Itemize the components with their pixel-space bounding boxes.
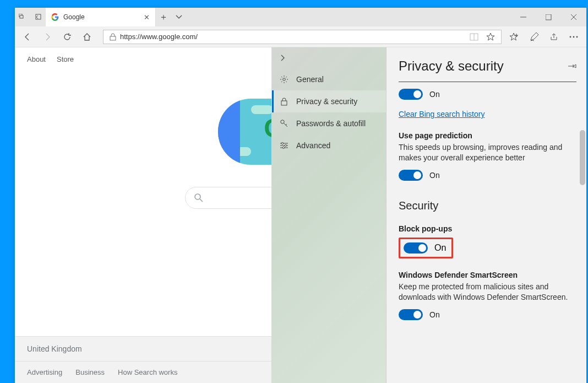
- footer-link-search-works[interactable]: How Search works: [118, 368, 177, 376]
- sliders-icon: [280, 141, 288, 150]
- svg-rect-7: [110, 36, 116, 40]
- tab-strip: Google ✕ ＋: [15, 8, 586, 26]
- pin-icon[interactable]: [568, 62, 576, 70]
- prediction-title: Use page prediction: [399, 131, 576, 140]
- toggle-label: On: [434, 243, 446, 253]
- svg-line-21: [286, 124, 287, 125]
- home-button[interactable]: [78, 28, 96, 46]
- link-about[interactable]: About: [27, 55, 46, 63]
- panel-title: Privacy & security: [399, 58, 504, 74]
- settings-nav: General Privacy & security Passwords & a…: [272, 47, 386, 383]
- browser-window: Google ✕ ＋ About Store: [15, 8, 586, 383]
- search-history-toggle[interactable]: [399, 89, 423, 100]
- scrollbar-thumb[interactable]: [580, 130, 585, 185]
- footer-link-business[interactable]: Business: [75, 368, 105, 376]
- svg-rect-18: [281, 101, 287, 105]
- toggle-label: On: [429, 310, 440, 319]
- svg-point-26: [285, 144, 286, 146]
- nav-label: General: [296, 75, 324, 84]
- prediction-toggle-row: On: [399, 170, 576, 181]
- toggle-label: On: [429, 171, 440, 180]
- gear-icon: [280, 75, 288, 84]
- toggle-label: On: [429, 90, 440, 99]
- maximize-button[interactable]: [536, 8, 561, 26]
- back-button[interactable]: [18, 28, 37, 46]
- tab-google[interactable]: Google ✕: [46, 8, 156, 26]
- nav-item-privacy[interactable]: Privacy & security: [272, 90, 386, 112]
- popups-highlight: On: [399, 238, 453, 258]
- more-button[interactable]: [564, 28, 583, 46]
- prediction-desc: This speeds up browsing, improves readin…: [399, 142, 576, 163]
- popups-toggle[interactable]: [404, 242, 428, 253]
- share-button[interactable]: [545, 28, 563, 46]
- minimize-button[interactable]: [510, 8, 536, 26]
- svg-point-19: [281, 120, 284, 123]
- popups-title: Block pop-ups: [399, 224, 576, 233]
- svg-rect-4: [546, 14, 551, 20]
- nav-label: Privacy & security: [296, 97, 357, 106]
- svg-point-14: [576, 36, 578, 37]
- notes-button[interactable]: [525, 28, 543, 46]
- new-tab-icon[interactable]: ＋: [156, 8, 171, 26]
- settings-panel: Privacy & security On Clear Bing search …: [386, 47, 586, 383]
- reading-view-icon[interactable]: [466, 33, 482, 41]
- settings-flyout: General Privacy & security Passwords & a…: [271, 47, 586, 383]
- link-store[interactable]: Store: [57, 55, 74, 63]
- svg-point-13: [573, 36, 575, 37]
- footer-link-advertising[interactable]: Advertising: [27, 368, 62, 376]
- favorite-star-icon[interactable]: [482, 33, 499, 41]
- lock-icon: [106, 33, 120, 41]
- close-window-button[interactable]: [561, 8, 586, 26]
- task-view-icon[interactable]: [15, 8, 30, 26]
- refresh-button[interactable]: [58, 28, 77, 46]
- toolbar: [15, 26, 586, 47]
- set-aside-tabs-icon[interactable]: [30, 8, 46, 26]
- content-area: About Store GOC: [15, 47, 586, 383]
- nav-item-general[interactable]: General: [272, 68, 386, 90]
- address-bar[interactable]: [103, 30, 502, 44]
- svg-point-12: [570, 36, 571, 37]
- close-icon[interactable]: ✕: [144, 13, 150, 21]
- smartscreen-toggle[interactable]: [399, 309, 423, 320]
- svg-line-16: [200, 199, 203, 202]
- svg-point-15: [195, 194, 200, 199]
- lock-icon: [280, 97, 288, 106]
- url-input[interactable]: [120, 33, 466, 41]
- favorites-button[interactable]: [505, 28, 524, 46]
- tab-title: Google: [63, 13, 139, 21]
- search-history-toggle-row: On: [399, 89, 576, 100]
- svg-point-17: [283, 78, 286, 81]
- smartscreen-desc: Keep me protected from malicious sites a…: [399, 282, 576, 303]
- nav-item-passwords[interactable]: Passwords & autofill: [272, 112, 386, 134]
- svg-rect-1: [20, 15, 23, 18]
- svg-point-25: [281, 142, 283, 144]
- clear-history-link[interactable]: Clear Bing search history: [399, 110, 484, 118]
- smartscreen-title: Windows Defender SmartScreen: [399, 271, 576, 279]
- prediction-toggle[interactable]: [399, 170, 423, 181]
- smartscreen-toggle-row: On: [399, 309, 576, 320]
- nav-item-advanced[interactable]: Advanced: [272, 134, 386, 157]
- key-icon: [280, 119, 288, 128]
- search-icon: [194, 193, 203, 202]
- svg-point-27: [282, 147, 284, 148]
- nav-collapse-icon[interactable]: [272, 47, 386, 68]
- tab-menu-icon[interactable]: [171, 8, 187, 26]
- forward-button[interactable]: [38, 28, 57, 46]
- security-heading: Security: [399, 199, 576, 212]
- google-favicon-icon: [51, 13, 59, 21]
- nav-label: Advanced: [296, 141, 330, 150]
- nav-label: Passwords & autofill: [296, 119, 366, 128]
